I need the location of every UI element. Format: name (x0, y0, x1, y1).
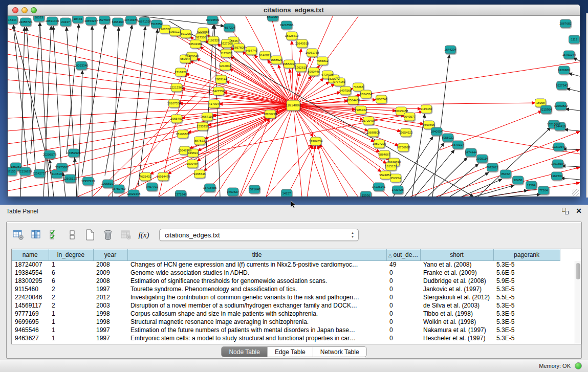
svg-text:19218596: 19218596 (280, 24, 294, 27)
table-row[interactable]: 946554611997Estimation of the future num… (12, 326, 560, 334)
svg-text:23437: 23437 (61, 20, 70, 24)
svg-text:20691406: 20691406 (46, 19, 59, 23)
svg-text:746266: 746266 (353, 85, 364, 89)
svg-text:9699695: 9699695 (423, 123, 435, 126)
node-table: namein_degreeyeartitle△out_de…shortpager… (11, 249, 581, 344)
tab-network-table[interactable]: Network Table (313, 347, 366, 357)
svg-text:9777169: 9777169 (333, 80, 345, 83)
column-header-pagerank[interactable]: pagerank (493, 249, 560, 260)
svg-text:1644294: 1644294 (444, 48, 456, 51)
svg-text:114519: 114519 (52, 172, 62, 176)
svg-text:86452: 86452 (502, 172, 510, 176)
svg-text:13594: 13594 (527, 184, 536, 187)
delete-column-icon[interactable] (101, 228, 115, 242)
svg-text:9474444: 9474444 (465, 151, 477, 154)
network-view-window: citations_edges.txt 79638 (7, 4, 580, 197)
table-row[interactable]: 1456911722003Disruption of a novel membe… (12, 301, 560, 310)
column-header-year[interactable]: year (93, 249, 127, 260)
network-graph[interactable]: 7963822596012359129552260589275088186328… (8, 16, 580, 196)
svg-text:1167534: 1167534 (551, 174, 563, 178)
svg-text:15936: 15936 (362, 194, 371, 196)
svg-text:17359928: 17359928 (67, 151, 81, 155)
svg-text:6679197: 6679197 (452, 143, 464, 146)
svg-text:9115460: 9115460 (421, 107, 433, 111)
svg-text:3624554: 3624554 (360, 93, 372, 96)
svg-text:16961758: 16961758 (306, 51, 319, 54)
table-row[interactable]: 2242004622012Investigating the contribut… (12, 293, 560, 301)
table-row[interactable]: 1938455462009Genome-wide association stu… (12, 269, 560, 277)
table-row[interactable]: 969969511998Structural magnetic resonanc… (12, 318, 560, 326)
scrollbar-thumb[interactable] (576, 263, 580, 279)
column-header-short[interactable]: short (420, 249, 493, 260)
table-row[interactable]: 946362711997Embryonic stem cells: a mode… (12, 334, 560, 342)
svg-text:5226058: 5226058 (197, 30, 209, 33)
svg-text:3175685: 3175685 (220, 52, 232, 55)
svg-text:2935114: 2935114 (476, 157, 489, 160)
svg-text:1840954: 1840954 (430, 130, 443, 133)
svg-text:9649577: 9649577 (403, 115, 416, 118)
table-row[interactable]: 911546021997Tourette syndrome. Phenomeno… (12, 285, 560, 293)
column-header-name[interactable]: name (12, 249, 49, 260)
float-window-icon[interactable] (562, 208, 569, 214)
svg-text:5960123: 5960123 (169, 30, 181, 33)
window-resize-grip[interactable] (572, 189, 579, 196)
svg-text:10958107: 10958107 (101, 182, 115, 185)
svg-text:20564486: 20564486 (346, 99, 360, 102)
row-height-icon[interactable] (66, 228, 79, 242)
svg-text:7986322: 7986322 (355, 108, 367, 112)
function-builder-icon[interactable]: f(x) (137, 228, 150, 242)
close-icon[interactable]: ✕ (576, 207, 582, 215)
svg-text:30975887: 30975887 (55, 166, 69, 169)
table-row[interactable]: 977716911998Corpus callosum shape and si… (12, 310, 560, 318)
svg-text:6497568: 6497568 (339, 89, 352, 92)
network-table-selector[interactable]: citations_edges.txt▲▼ (159, 229, 359, 241)
svg-text:16882037: 16882037 (282, 62, 296, 65)
svg-text:10653267: 10653267 (84, 19, 98, 23)
table-scrollbar[interactable] (575, 261, 581, 344)
table-row[interactable]: 1872400712008Changes of HCN gene express… (12, 260, 560, 269)
tab-node-table[interactable]: Node Table (222, 347, 268, 357)
window-titlebar[interactable]: citations_edges.txt (8, 5, 580, 16)
svg-text:2803144: 2803144 (215, 78, 227, 81)
svg-text:19654923: 19654923 (399, 131, 413, 134)
svg-text:12923448: 12923448 (127, 192, 141, 195)
svg-text:10688809: 10688809 (366, 131, 380, 134)
svg-text:24355724: 24355724 (19, 20, 33, 24)
svg-text:18724007: 18724007 (286, 103, 301, 107)
svg-text:18325419: 18325419 (285, 34, 299, 37)
desktop-background: citations_edges.txt 79638 (0, 0, 588, 205)
svg-text:1527607: 1527607 (98, 18, 111, 21)
svg-text:17957223: 17957223 (81, 180, 95, 183)
column-header-indegree[interactable]: in_degree (49, 249, 93, 260)
svg-text:9146821: 9146821 (259, 54, 271, 57)
svg-text:18300295: 18300295 (264, 113, 277, 116)
svg-text:1733426: 1733426 (391, 188, 404, 191)
memory-status-indicator[interactable] (575, 362, 582, 369)
svg-text:8958923: 8958923 (442, 136, 454, 139)
table-mode-icon[interactable] (12, 228, 25, 242)
column-header-outde[interactable]: △out_de… (386, 249, 420, 260)
show-columns-icon[interactable] (30, 228, 43, 242)
svg-text:7955812: 7955812 (316, 59, 329, 62)
network-canvas[interactable]: 7963822596012359129552260589275088186328… (8, 16, 580, 196)
svg-text:2087682: 2087682 (559, 22, 572, 25)
svg-text:1362615: 1362615 (295, 66, 307, 69)
svg-text:8215954: 8215954 (540, 108, 552, 111)
svg-text:16543382: 16543382 (189, 42, 203, 46)
svg-text:7515552: 7515552 (150, 23, 163, 26)
svg-text:12213369: 12213369 (170, 86, 184, 89)
svg-text:16782759: 16782759 (112, 187, 126, 190)
svg-text:9129966: 9129966 (558, 69, 570, 72)
background-window-sliver (586, 13, 588, 198)
svg-text:8454749: 8454749 (245, 49, 257, 52)
svg-text:9457791: 9457791 (146, 185, 158, 188)
svg-text:1615152: 1615152 (385, 165, 397, 168)
import-table-icon[interactable] (119, 228, 133, 242)
create-column-icon[interactable] (83, 228, 97, 242)
tab-edge-table[interactable]: Edge Table (268, 347, 313, 357)
select-columns-icon[interactable] (48, 228, 61, 242)
table-row[interactable]: 1830029562008Estimation of significance … (12, 277, 560, 285)
column-header-title[interactable]: title (127, 249, 386, 260)
svg-text:1099484: 1099484 (186, 162, 199, 165)
svg-text:77264: 77264 (539, 189, 548, 192)
